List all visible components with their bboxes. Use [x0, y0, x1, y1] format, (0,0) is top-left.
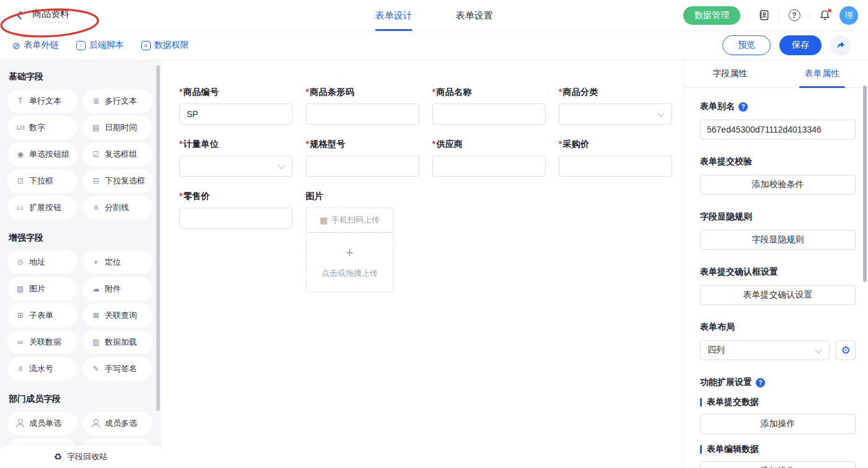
tab-field-properties[interactable]: 字段属性 [684, 60, 776, 87]
form-external-link[interactable]: ⊘ 表单外链 [12, 40, 59, 51]
form-alias-label: 表单别名 [700, 101, 735, 112]
enhanced-fields-grid: ⊙地址 ⌖定位 ▨图片 ☁附件 ⊞子表单 ⊠关联查询 ∞关联数据 ▥数据加载 #… [7, 250, 153, 381]
field-type-member-multi[interactable]: 成员多选 [83, 412, 153, 435]
field-product-barcode[interactable]: 商品条形码 [306, 87, 419, 125]
tab-form-design[interactable]: 表单设计 [375, 0, 412, 31]
field-purchase-price[interactable]: 采购价 [559, 139, 672, 177]
form-alias-input[interactable] [700, 120, 856, 139]
field-image-upload[interactable]: 图片 ▦ 手机扫码上传 + 点击或拖拽上传 [306, 191, 394, 293]
product-code-input[interactable] [179, 104, 293, 125]
field-type-label: 关联查询 [105, 310, 137, 321]
field-type-signature[interactable]: ✎手写签名 [83, 357, 153, 381]
sidebar-scrollbar[interactable] [156, 65, 160, 411]
divider-icon: ≡ [91, 204, 100, 211]
permission-chart-icon: ılı [141, 41, 151, 50]
panel-scrollbar[interactable] [863, 86, 867, 282]
unit-select[interactable] [179, 156, 293, 177]
supplier-input[interactable] [432, 156, 546, 177]
field-visibility-button[interactable]: 字段显隐规则 [700, 230, 856, 250]
form-external-link-label: 表单外链 [24, 40, 59, 51]
submit-confirm-title: 表单提交确认框设置 [700, 267, 856, 278]
add-action-edit-button[interactable]: 添加操作 [700, 461, 856, 468]
field-type-member-single[interactable]: 成员单选 [7, 412, 77, 435]
notification-bell-icon[interactable] [818, 9, 831, 22]
field-type-label: 数字 [29, 122, 45, 133]
multi-line-text-icon: ≣ [91, 97, 100, 105]
field-type-label: 复选框组 [105, 149, 137, 160]
help-icon[interactable]: ? [787, 9, 801, 22]
field-type-serial-number[interactable]: #流水号 [7, 357, 77, 381]
save-button[interactable]: 保存 [779, 35, 822, 55]
tab-form-settings[interactable]: 表单设置 [456, 0, 493, 31]
page-title[interactable]: 商品资料 [32, 8, 69, 22]
linked-query-icon: ⊠ [91, 312, 100, 319]
field-type-subform[interactable]: ⊞子表单 [7, 304, 77, 327]
back-icon[interactable] [12, 9, 26, 22]
gear-icon[interactable]: ⚙ [836, 340, 856, 360]
toolbar-actions: 预览 保存 [722, 35, 868, 56]
field-supplier[interactable]: 供应商 [432, 139, 546, 177]
field-product-name[interactable]: 商品名称 [432, 87, 546, 125]
purchase-price-input[interactable] [559, 156, 672, 177]
qr-code-icon: ▦ [319, 216, 327, 224]
toolbar-links: ⊘ 表单外链 / 后端脚本 ılı 数据权限 [0, 40, 189, 51]
field-retail-price[interactable]: 零售价 [179, 191, 293, 229]
field-type-single-line-text[interactable]: T单行文本 [7, 89, 77, 113]
tab-form-properties[interactable]: 表单属性 [776, 60, 868, 87]
properties-tabs: 字段属性 表单属性 [684, 60, 868, 88]
product-category-select[interactable] [559, 104, 672, 125]
field-type-extend-button[interactable]: ▭扩展按钮 [7, 196, 77, 219]
preview-button[interactable]: 预览 [722, 35, 771, 55]
field-type-linked-data[interactable]: ∞关联数据 [7, 330, 77, 354]
field-type-data-load[interactable]: ▥数据加载 [83, 330, 153, 354]
field-product-category[interactable]: 商品分类 [559, 87, 672, 125]
field-type-multi-line-text[interactable]: ≣多行文本 [83, 89, 153, 113]
help-icon[interactable]: ? [756, 378, 765, 387]
field-type-select[interactable]: ⊡下拉框 [7, 169, 77, 193]
link-icon: ⊘ [12, 41, 20, 50]
add-validation-button[interactable]: 添加校验条件 [700, 175, 856, 195]
data-permission-link[interactable]: ılı 数据权限 [141, 40, 189, 51]
field-type-label: 关联数据 [29, 337, 61, 348]
edit-data-label: 表单编辑数据 [707, 444, 759, 455]
field-unit[interactable]: 计量单位 [179, 139, 293, 177]
field-type-attachment[interactable]: ☁附件 [83, 277, 153, 301]
data-manage-button[interactable]: 数据管理 [683, 6, 740, 25]
contacts-icon[interactable] [757, 9, 771, 22]
field-type-location[interactable]: ⌖定位 [83, 250, 153, 274]
script-icon: / [76, 41, 86, 50]
field-type-divider-line[interactable]: ≡分割线 [83, 196, 153, 219]
help-icon[interactable]: ? [738, 102, 748, 112]
product-barcode-input[interactable] [306, 104, 419, 125]
field-spec-model[interactable]: 规格型号 [306, 139, 419, 177]
field-type-image[interactable]: ▨图片 [7, 277, 77, 301]
dropzone-upload[interactable]: + 点击或拖拽上传 [306, 232, 394, 293]
field-type-checkbox-group[interactable]: ☑复选框组 [83, 143, 153, 166]
product-name-input[interactable] [432, 104, 546, 125]
field-type-radio-group[interactable]: ◉单选按钮组 [7, 143, 77, 166]
spec-model-input[interactable] [306, 156, 419, 177]
field-recycle-bin[interactable]: ♻ 字段回收站 [0, 445, 161, 468]
add-action-submit-button[interactable]: 添加操作 [700, 414, 856, 434]
share-button[interactable] [830, 35, 851, 56]
field-type-number[interactable]: 123数字 [7, 116, 77, 139]
layout-select-value: 四列 [707, 345, 725, 356]
form-canvas[interactable]: 商品编号 商品条形码 商品名称 商品分类 计量单位 规格型号 [161, 60, 683, 468]
pin-icon: ⊙ [16, 258, 25, 266]
qr-upload-button[interactable]: ▦ 手机扫码上传 [306, 208, 394, 232]
submit-confirm-button[interactable]: 表单提交确认设置 [700, 285, 856, 305]
field-type-label: 附件 [105, 283, 121, 294]
avatar[interactable]: 理 [839, 6, 858, 25]
field-type-label: 地址 [29, 257, 45, 268]
field-type-address[interactable]: ⊙地址 [7, 250, 77, 274]
layout-select[interactable]: 四列 [700, 340, 830, 360]
top-header: 商品资料 表单设计 表单设置 数据管理 ? [0, 0, 868, 31]
submit-validation-title: 表单提交校验 [700, 156, 856, 167]
field-type-multi-select[interactable]: ⊟下拉复选框 [83, 169, 153, 193]
backend-script-link[interactable]: / 后端脚本 [76, 40, 124, 51]
field-product-code[interactable]: 商品编号 [179, 87, 293, 125]
field-type-linked-query[interactable]: ⊠关联查询 [83, 304, 153, 327]
retail-price-input[interactable] [179, 208, 293, 229]
field-type-datetime[interactable]: ▤日期时间 [83, 116, 153, 139]
field-label: 商品名称 [432, 87, 546, 98]
